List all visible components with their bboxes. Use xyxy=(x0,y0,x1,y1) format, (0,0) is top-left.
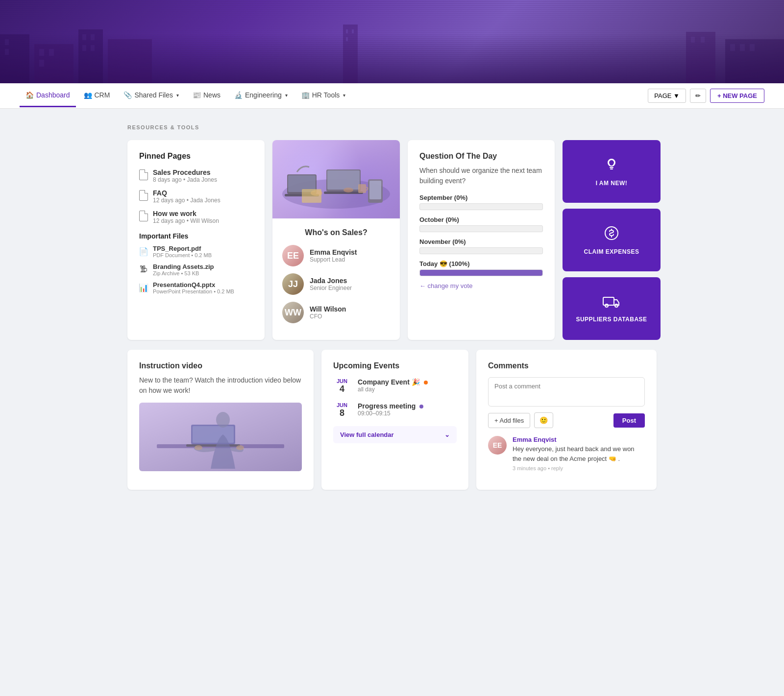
comment-input[interactable] xyxy=(488,377,645,407)
person-name-will: Will Wilson xyxy=(310,305,346,313)
nav-engineering[interactable]: 🔬 Engineering ▾ xyxy=(228,84,294,107)
flask-icon: 🔬 xyxy=(234,91,243,99)
list-item[interactable]: 📄 TPS_Report.pdf PDF Document • 0.2 MB xyxy=(139,245,253,258)
poll-label-today: Today 😎 (100%) xyxy=(419,260,543,267)
sales-body: Who's on Sales? EE Emma Enqvist Support … xyxy=(272,218,400,340)
question-title: Question Of The Day xyxy=(419,152,543,161)
video-text: New to the team? Watch the introduction … xyxy=(139,375,302,396)
nav-crm[interactable]: 👥 CRM xyxy=(78,84,116,107)
list-item[interactable]: How we work 12 days ago • Will Wilson xyxy=(139,210,253,224)
main-nav: 🏠 Dashboard 👥 CRM 📎 Shared Files ▾ 📰 New… xyxy=(0,83,784,109)
comment-text-emma: Hey everyone, just heard back and we won… xyxy=(513,444,645,463)
svg-rect-0 xyxy=(0,34,29,83)
nav-news-label: News xyxy=(203,91,220,99)
person-item-emma[interactable]: EE Emma Enqvist Support Lead xyxy=(282,245,390,266)
list-item[interactable]: FAQ 12 days ago • Jada Jones xyxy=(139,189,253,204)
comments-card: Comments + Add files 🙂 Post EE Emma Enqv… xyxy=(476,350,657,490)
comment-thread: EE Emma Enqvist Hey everyone, just heard… xyxy=(488,436,645,471)
hero-banner xyxy=(0,0,784,83)
pinned-item-name: FAQ xyxy=(153,189,220,197)
svg-rect-29 xyxy=(327,170,360,190)
main-content: RESOURCES & TOOLS Pinned Pages Sales Pro… xyxy=(108,109,676,505)
nav-dashboard-label: Dashboard xyxy=(36,91,70,99)
nav-dashboard[interactable]: 🏠 Dashboard xyxy=(20,84,76,107)
svg-rect-13 xyxy=(343,24,358,83)
nav-shared-files[interactable]: 📎 Shared Files ▾ xyxy=(118,84,185,107)
nav-hr-tools[interactable]: 🏢 HR Tools ▾ xyxy=(295,84,352,107)
file-item-meta: Zip Archive • 53 KB xyxy=(153,270,214,276)
nav-crm-label: CRM xyxy=(95,91,110,99)
svg-rect-18 xyxy=(691,37,695,43)
pinned-item-meta: 8 days ago • Jada Jones xyxy=(153,176,217,183)
poll-bar-bg-sep xyxy=(419,203,543,210)
dollar-icon xyxy=(604,225,619,244)
cta-suppliers-db[interactable]: SUPPLIERS DATABASE xyxy=(563,277,661,340)
edit-icon: ✏ xyxy=(695,92,701,99)
pinned-item-name: How we work xyxy=(153,210,219,217)
desk-illustration xyxy=(277,145,395,214)
cta-suppliers-db-label: SUPPLIERS DATABASE xyxy=(576,316,647,323)
clip-icon-pptx: 📊 xyxy=(139,282,148,293)
question-text: When should we organize the next team bu… xyxy=(419,166,543,186)
event-info-2: Progress meeting 09:00–09:15 xyxy=(358,402,423,418)
svg-rect-22 xyxy=(740,44,745,51)
view-calendar-button[interactable]: View full calendar ⌄ xyxy=(333,426,457,443)
add-files-button[interactable]: + Add files xyxy=(488,413,530,428)
pinned-pages-title: Pinned Pages xyxy=(139,152,253,161)
poll-option-today[interactable]: Today 😎 (100%) xyxy=(419,260,543,276)
person-item-jada[interactable]: JJ Jada Jones Senior Engineer xyxy=(282,273,390,295)
person-item-will[interactable]: WW Will Wilson CFO xyxy=(282,302,390,323)
pinned-item-name: Sales Procedures xyxy=(153,168,217,176)
video-thumbnail[interactable] xyxy=(139,403,302,471)
poll-label-oct: October (0%) xyxy=(419,216,543,223)
cta-i-am-new-label: I AM NEW! xyxy=(596,180,628,187)
upcoming-events-card: Upcoming Events JUN 4 Company Event 🎉 al… xyxy=(321,350,468,490)
video-thumb-inner xyxy=(139,403,302,471)
page-button[interactable]: PAGE ▼ xyxy=(648,89,686,103)
event-date-1: JUN 4 xyxy=(333,378,351,394)
nav-news[interactable]: 📰 News xyxy=(187,84,226,107)
cta-claim-expenses[interactable]: CLAIM EXPENSES xyxy=(563,209,661,271)
new-page-button[interactable]: + NEW PAGE xyxy=(710,89,764,103)
svg-rect-12 xyxy=(108,39,152,83)
pinned-item-info: Sales Procedures 8 days ago • Jada Jones xyxy=(153,168,217,183)
person-role-will: CFO xyxy=(310,313,346,320)
person-name-emma: Emma Enqvist xyxy=(310,248,357,256)
svg-rect-5 xyxy=(49,49,54,56)
list-item[interactable]: 🗜 Branding Assets.zip Zip Archive • 53 K… xyxy=(139,263,253,276)
avatar-emma: EE xyxy=(282,245,304,266)
svg-rect-9 xyxy=(91,34,95,40)
event-dot-orange-1 xyxy=(424,381,428,384)
comment-meta-emma: 3 minutes ago • reply xyxy=(513,465,645,471)
file-icon-how xyxy=(139,211,148,221)
poll-option-october[interactable]: October (0%) xyxy=(419,216,543,232)
svg-rect-15 xyxy=(352,29,354,33)
reply-link[interactable]: reply xyxy=(551,465,563,471)
edit-button[interactable]: ✏ xyxy=(690,89,706,103)
poll-option-november[interactable]: November (0%) xyxy=(419,238,543,254)
svg-rect-1 xyxy=(5,39,9,45)
poll-option-september[interactable]: September (0%) xyxy=(419,194,543,210)
cta-i-am-new[interactable]: I AM NEW! xyxy=(563,140,661,203)
list-item[interactable]: JUN 8 Progress meeting 09:00–09:15 xyxy=(333,402,457,418)
list-item[interactable]: JUN 4 Company Event 🎉 all day xyxy=(333,378,457,394)
event-date-2: JUN 8 xyxy=(333,402,351,418)
newspaper-icon: 📰 xyxy=(193,91,201,99)
chevron-down-icon-eng: ▾ xyxy=(285,93,288,98)
person-name-jada: Jada Jones xyxy=(310,277,352,285)
svg-rect-45 xyxy=(193,426,234,443)
pinned-item-info: How we work 12 days ago • Will Wilson xyxy=(153,210,219,224)
question-card: Question Of The Day When should we organ… xyxy=(408,140,555,340)
list-item[interactable]: 📊 PresentationQ4.pptx PowerPoint Present… xyxy=(139,281,253,294)
change-vote[interactable]: ← change my vote xyxy=(419,282,543,289)
list-item[interactable]: Sales Procedures 8 days ago • Jada Jones xyxy=(139,168,253,183)
event-day-2: 8 xyxy=(333,408,351,418)
person-role-emma: Support Lead xyxy=(310,256,357,263)
chevron-down-icon: ▾ xyxy=(176,93,179,98)
event-time-2: 09:00–09:15 xyxy=(358,410,423,417)
emoji-button[interactable]: 🙂 xyxy=(534,412,553,428)
svg-rect-21 xyxy=(730,44,735,51)
comment-author-emma[interactable]: Emma Enqvist xyxy=(513,436,645,443)
post-button[interactable]: Post xyxy=(613,413,645,428)
pinned-item-meta: 12 days ago • Will Wilson xyxy=(153,217,219,224)
